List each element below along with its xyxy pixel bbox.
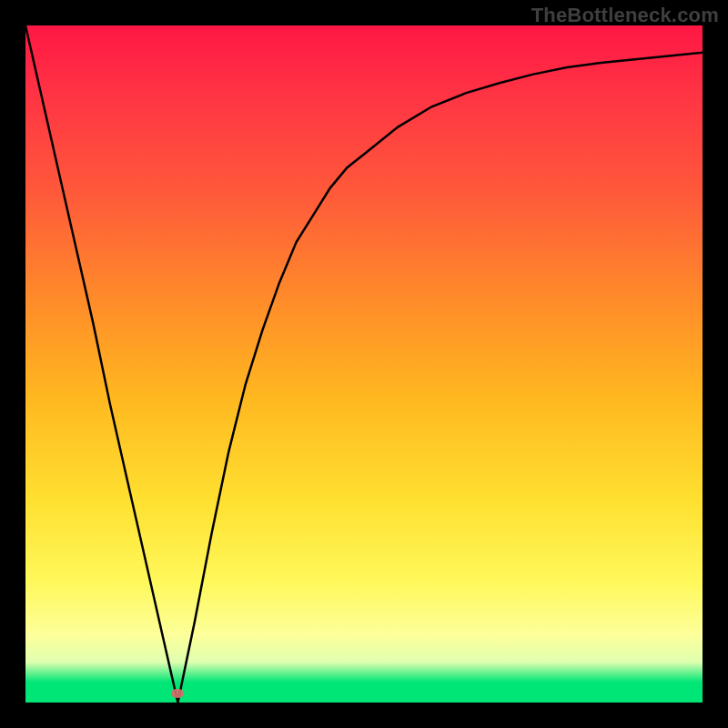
bottleneck-curve — [25, 25, 703, 703]
plot-area — [25, 25, 703, 703]
chart-frame: TheBottleneck.com — [0, 0, 728, 728]
watermark-label: TheBottleneck.com — [531, 4, 719, 27]
optimal-point-marker — [171, 689, 184, 698]
